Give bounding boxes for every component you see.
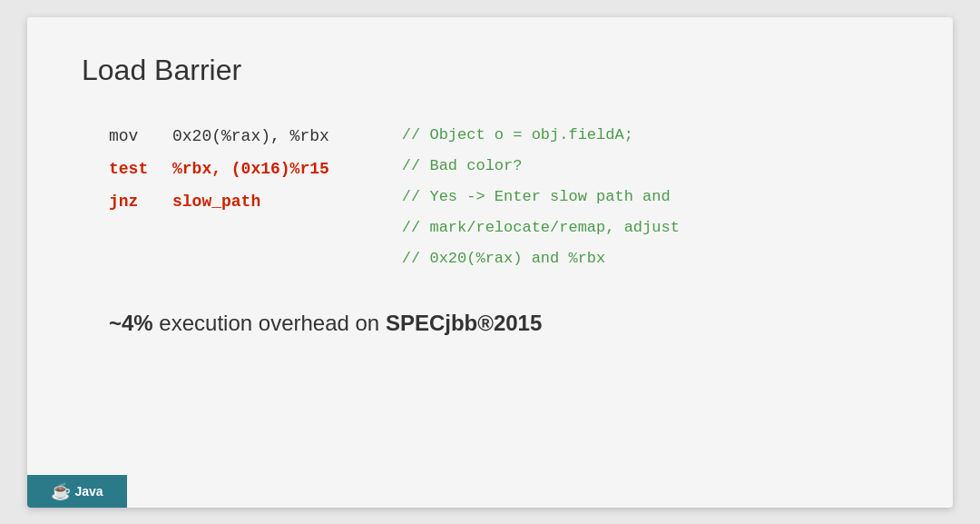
asm-operands-jnz: slow_path <box>172 185 260 218</box>
slide-title: Load Barrier <box>82 54 898 87</box>
asm-line-1: mov 0x20(%rax), %rbx <box>109 120 329 153</box>
comment-1: // Object o = obj.fieldA; <box>402 120 680 151</box>
asm-line-2: test %rbx, (0x16)%r15 <box>109 153 329 185</box>
comment-5: // 0x20(%rax) and %rbx <box>402 243 680 274</box>
java-cup-icon: ☕ <box>51 481 71 501</box>
asm-code: mov 0x20(%rax), %rbx test %rbx, (0x16)%r… <box>109 120 329 274</box>
comment-3: // Yes -> Enter slow path and <box>402 182 680 213</box>
asm-operands-mov: 0x20(%rax), %rbx <box>172 120 329 153</box>
comments-block: // Object o = obj.fieldA; // Bad color? … <box>402 120 680 274</box>
overhead-percent: ~4% <box>109 311 153 335</box>
overhead-text: ~4% execution overhead on SPECjbb®2015 <box>109 311 898 336</box>
asm-mnemonic-mov: mov <box>109 120 154 153</box>
slide: Load Barrier mov 0x20(%rax), %rbx test %… <box>27 17 953 508</box>
comment-4: // mark/relocate/remap, adjust <box>402 213 680 243</box>
overhead-benchmark: SPECjbb®2015 <box>386 311 542 335</box>
bottom-bar-label: Java <box>74 484 103 499</box>
asm-line-3: jnz slow_path <box>109 185 329 218</box>
code-block: mov 0x20(%rax), %rbx test %rbx, (0x16)%r… <box>109 120 898 274</box>
asm-operands-test: %rbx, (0x16)%r15 <box>172 153 329 185</box>
asm-mnemonic-jnz: jnz <box>109 185 154 218</box>
bottom-bar: ☕ Java <box>27 475 127 508</box>
comment-2: // Bad color? <box>402 151 680 182</box>
asm-mnemonic-test: test <box>109 153 154 185</box>
